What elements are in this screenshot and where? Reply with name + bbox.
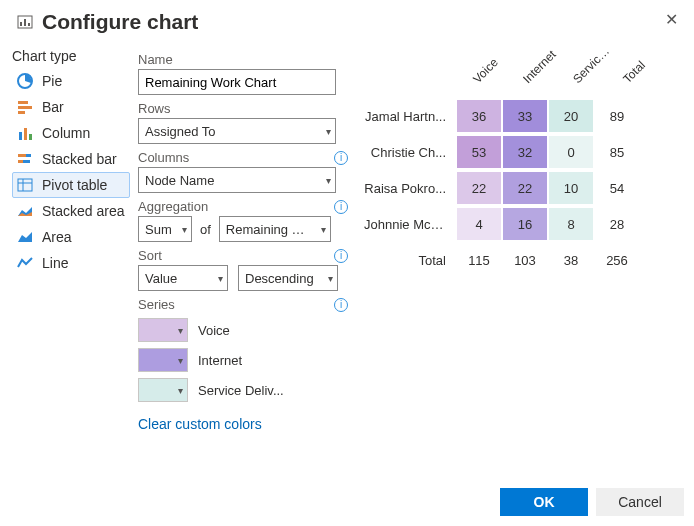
pivot-row: Johnnie McL...416828	[364, 206, 682, 242]
chevron-down-icon: ▾	[178, 385, 183, 396]
aggregation-label: Aggregation	[138, 199, 208, 214]
info-icon[interactable]: i	[334, 151, 348, 165]
pivot-cell: 8	[548, 207, 594, 241]
columns-label: Columns	[138, 150, 189, 165]
svg-rect-7	[18, 111, 25, 114]
series-name: Service Deliv...	[198, 383, 284, 398]
pivot-cell: 53	[456, 135, 502, 169]
chevron-down-icon: ▾	[178, 355, 183, 366]
chart-type-stacked-bar[interactable]: Stacked bar	[12, 146, 130, 172]
chevron-down-icon: ▾	[182, 224, 187, 235]
svg-rect-13	[18, 160, 23, 163]
pivot-row: Christie Ch...5332085	[364, 134, 682, 170]
chart-type-line[interactable]: Line	[12, 250, 130, 276]
svg-rect-10	[29, 134, 32, 140]
svg-rect-6	[18, 106, 32, 109]
area-icon	[16, 228, 34, 246]
cancel-button[interactable]: Cancel	[596, 488, 684, 516]
dialog-footer: OK Cancel	[500, 488, 684, 516]
chart-settings-panel: Name Rows Assigned To▾ Columnsi Node Nam…	[138, 46, 348, 432]
chevron-down-icon: ▾	[326, 175, 331, 186]
series-color-swatch[interactable]: ▾	[138, 318, 188, 342]
chart-type-label: Chart type	[12, 48, 130, 64]
chart-type-label: Line	[42, 255, 68, 271]
close-icon[interactable]: ✕	[657, 6, 686, 33]
svg-rect-11	[18, 154, 26, 157]
pivot-cell: 10	[548, 171, 594, 205]
chevron-down-icon: ▾	[218, 273, 223, 284]
chart-type-label: Area	[42, 229, 72, 245]
svg-rect-9	[24, 128, 27, 140]
info-icon[interactable]: i	[334, 200, 348, 214]
chevron-down-icon: ▾	[321, 224, 326, 235]
pivot-column-headers: VoiceInternetService Del...Total	[364, 46, 682, 86]
pivot-row-header: Christie Ch...	[364, 145, 456, 160]
series-row: ▾Internet	[138, 348, 348, 372]
svg-rect-3	[28, 23, 30, 26]
chart-type-label: Pie	[42, 73, 62, 89]
pivot-row: Raisa Pokro...22221054	[364, 170, 682, 206]
series-row: ▾Service Deliv...	[138, 378, 348, 402]
pivot-cell: 256	[594, 243, 640, 277]
pivot-cell: 103	[502, 243, 548, 277]
info-icon[interactable]: i	[334, 249, 348, 263]
pivot-cell: 16	[502, 207, 548, 241]
pivot-col-header: Internet	[520, 41, 565, 86]
chart-type-bar[interactable]: Bar	[12, 94, 130, 120]
pivot-cell: 33	[502, 99, 548, 133]
dialog-header: Configure chart	[0, 10, 694, 40]
pivot-cell: 28	[594, 207, 640, 241]
chart-type-label: Column	[42, 125, 90, 141]
pivot-cell: 4	[456, 207, 502, 241]
rows-select[interactable]: Assigned To▾	[138, 118, 336, 144]
pivot-cell: 0	[548, 135, 594, 169]
chart-type-pivot-table[interactable]: Pivot table	[12, 172, 130, 198]
pivot-cell: 32	[502, 135, 548, 169]
series-color-swatch[interactable]: ▾	[138, 348, 188, 372]
chevron-down-icon: ▾	[328, 273, 333, 284]
pivot-cell: 22	[502, 171, 548, 205]
pivot-cell: 115	[456, 243, 502, 277]
svg-rect-15	[18, 179, 32, 191]
series-label: Series	[138, 297, 175, 312]
pivot-row: Jamal Hartn...36332089	[364, 98, 682, 134]
stacked-area-icon	[16, 202, 34, 220]
name-input[interactable]	[138, 69, 336, 95]
clear-custom-colors-link[interactable]: Clear custom colors	[138, 416, 262, 432]
info-icon[interactable]: i	[334, 298, 348, 312]
ok-button[interactable]: OK	[500, 488, 588, 516]
aggregation-field-select[interactable]: Remaining Work▾	[219, 216, 331, 242]
chart-type-pie[interactable]: Pie	[12, 68, 130, 94]
svg-rect-2	[24, 19, 26, 26]
svg-rect-12	[26, 154, 31, 157]
chart-type-label: Stacked area	[42, 203, 125, 219]
chart-type-label: Stacked bar	[42, 151, 117, 167]
sort-by-select[interactable]: Value▾	[138, 265, 228, 291]
chart-type-area[interactable]: Area	[12, 224, 130, 250]
chart-icon	[16, 13, 34, 31]
sort-dir-select[interactable]: Descending▾	[238, 265, 338, 291]
pie-icon	[16, 72, 34, 90]
pivot-row: Total11510338256	[364, 242, 682, 278]
series-row: ▾Voice	[138, 318, 348, 342]
columns-select[interactable]: Node Name▾	[138, 167, 336, 193]
pivot-cell: 54	[594, 171, 640, 205]
configure-chart-dialog: ✕ Configure chart Chart type PieBarColum…	[0, 0, 694, 526]
pivot-cell: 85	[594, 135, 640, 169]
chart-type-stacked-area[interactable]: Stacked area	[12, 198, 130, 224]
chart-type-column[interactable]: Column	[12, 120, 130, 146]
svg-rect-1	[20, 22, 22, 26]
pivot-cell: 22	[456, 171, 502, 205]
pivot-row-header: Raisa Pokro...	[364, 181, 456, 196]
series-color-swatch[interactable]: ▾	[138, 378, 188, 402]
aggregation-func-select[interactable]: Sum▾	[138, 216, 192, 242]
aggregation-of-text: of	[200, 222, 211, 237]
chart-type-label: Bar	[42, 99, 64, 115]
name-label: Name	[138, 52, 348, 67]
series-name: Voice	[198, 323, 230, 338]
pivot-col-header: Service Del...	[570, 41, 615, 86]
pivot-col-header: Total	[620, 41, 665, 86]
svg-rect-14	[23, 160, 30, 163]
pivot-cell: 89	[594, 99, 640, 133]
svg-rect-5	[18, 101, 28, 104]
